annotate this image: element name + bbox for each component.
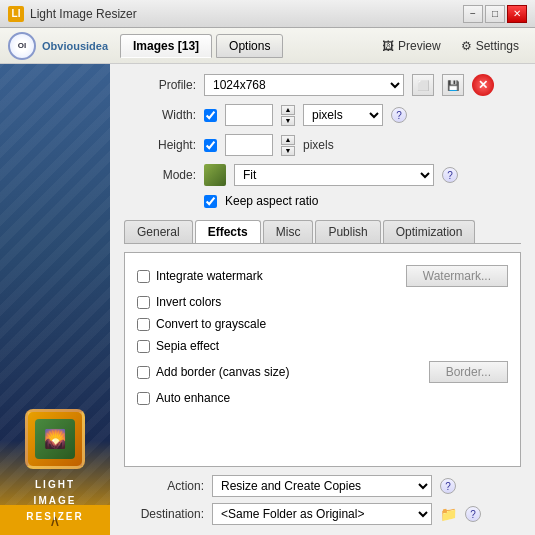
mode-select[interactable]: Fit [234,164,434,186]
sepia-label: Sepia effect [156,339,219,353]
height-spin-down[interactable]: ▼ [281,146,295,156]
effect-border-left: Add border (canvas size) [137,365,289,379]
height-spinner: ▲ ▼ [281,135,295,156]
width-spinner: ▲ ▼ [281,105,295,126]
height-units-label: pixels [303,138,334,152]
maximize-button[interactable]: □ [485,5,505,23]
destination-row: Destination: <Same Folder as Original> 📁… [124,503,521,525]
border-checkbox[interactable] [137,366,150,379]
settings-icon: ⚙ [461,39,472,53]
height-label: Height: [124,138,196,152]
aspect-row: Keep aspect ratio [124,194,521,208]
height-spin-up[interactable]: ▲ [281,135,295,145]
border-label: Add border (canvas size) [156,365,289,379]
action-select[interactable]: Resize and Create Copies [212,475,432,497]
action-label: Action: [124,479,204,493]
sepia-checkbox[interactable] [137,340,150,353]
width-spin-down[interactable]: ▼ [281,116,295,126]
height-input[interactable]: 768 [225,134,273,156]
logo-text: Obviousidea [42,40,108,52]
effects-panel: Integrate watermark Watermark... Invert … [124,252,521,467]
tab-general[interactable]: General [124,220,193,243]
width-row: Width: 1024 ▲ ▼ pixels ? [124,104,521,126]
watermark-checkbox[interactable] [137,270,150,283]
keep-aspect-label: Keep aspect ratio [225,194,318,208]
sidebar: 🌄 LIGHT IMAGE RESIZER ∧ [0,64,110,535]
title-bar: LI Light Image Resizer − □ ✕ [0,0,535,28]
profile-delete-button[interactable]: ✕ [472,74,494,96]
effect-invert-left: Invert colors [137,295,221,309]
width-units-select[interactable]: pixels [303,104,383,126]
effect-invert-row: Invert colors [137,295,508,309]
profile-label: Profile: [124,78,196,92]
minimize-button[interactable]: − [463,5,483,23]
profile-row: Profile: 1024x768 ⬜ 💾 ✕ [124,74,521,96]
window-controls: − □ ✕ [463,5,527,23]
tab-images[interactable]: Images [13] [120,34,212,58]
destination-label: Destination: [124,507,204,521]
settings-button[interactable]: ⚙ Settings [453,36,527,56]
effect-enhance-row: Auto enhance [137,391,508,405]
border-button[interactable]: Border... [429,361,508,383]
effect-watermark-row: Integrate watermark Watermark... [137,265,508,287]
effect-border-row: Add border (canvas size) Border... [137,361,508,383]
preview-icon: 🖼 [382,39,394,53]
folder-icon[interactable]: 📁 [440,506,457,522]
watermark-button[interactable]: Watermark... [406,265,508,287]
sub-tabs: General Effects Misc Publish Optimizatio… [124,220,521,244]
watermark-label: Integrate watermark [156,269,263,283]
width-checkbox[interactable] [204,109,217,122]
bottom-section: Action: Resize and Create Copies ? Desti… [124,475,521,525]
app-logo: OI [8,32,36,60]
sidebar-logo-inner: 🌄 [35,419,75,459]
app-icon: LI [8,6,24,22]
action-row: Action: Resize and Create Copies ? [124,475,521,497]
invert-label: Invert colors [156,295,221,309]
mode-icon [204,164,226,186]
effect-enhance-left: Auto enhance [137,391,230,405]
sidebar-brand: LIGHT IMAGE RESIZER [26,477,83,525]
effect-sepia-row: Sepia effect [137,339,508,353]
preview-button[interactable]: 🖼 Preview [374,36,449,56]
mode-label: Mode: [124,168,196,182]
tab-misc[interactable]: Misc [263,220,314,243]
mode-help-icon[interactable]: ? [442,167,458,183]
width-help-icon[interactable]: ? [391,107,407,123]
tab-optimization[interactable]: Optimization [383,220,476,243]
logo-area: OI Obviousidea [8,32,108,60]
grayscale-label: Convert to grayscale [156,317,266,331]
preview-label: Preview [398,39,441,53]
invert-checkbox[interactable] [137,296,150,309]
content-area: Profile: 1024x768 ⬜ 💾 ✕ Width: 1024 ▲ ▼ … [110,64,535,535]
destination-help-icon[interactable]: ? [465,506,481,522]
profile-save-button[interactable]: 💾 [442,74,464,96]
effect-grayscale-row: Convert to grayscale [137,317,508,331]
enhance-checkbox[interactable] [137,392,150,405]
width-input[interactable]: 1024 [225,104,273,126]
mode-row: Mode: Fit ? [124,164,521,186]
effect-watermark-left: Integrate watermark [137,269,263,283]
tab-publish[interactable]: Publish [315,220,380,243]
sidebar-logo: 🌄 [25,409,85,469]
title-bar-title: Light Image Resizer [30,7,137,21]
profile-copy-button[interactable]: ⬜ [412,74,434,96]
close-button[interactable]: ✕ [507,5,527,23]
effect-sepia-left: Sepia effect [137,339,219,353]
enhance-label: Auto enhance [156,391,230,405]
action-help-icon[interactable]: ? [440,478,456,494]
height-checkbox[interactable] [204,139,217,152]
effect-grayscale-left: Convert to grayscale [137,317,266,331]
destination-select[interactable]: <Same Folder as Original> [212,503,432,525]
keep-aspect-checkbox[interactable] [204,195,217,208]
height-row: Height: 768 ▲ ▼ pixels [124,134,521,156]
profile-select[interactable]: 1024x768 [204,74,404,96]
settings-label: Settings [476,39,519,53]
toolbar: OI Obviousidea Images [13] Options 🖼 Pre… [0,28,535,64]
title-bar-left: LI Light Image Resizer [8,6,137,22]
grayscale-checkbox[interactable] [137,318,150,331]
tab-effects[interactable]: Effects [195,220,261,243]
main-area: 🌄 LIGHT IMAGE RESIZER ∧ Profile: 1024x76… [0,64,535,535]
width-spin-up[interactable]: ▲ [281,105,295,115]
tab-options[interactable]: Options [216,34,283,58]
width-label: Width: [124,108,196,122]
